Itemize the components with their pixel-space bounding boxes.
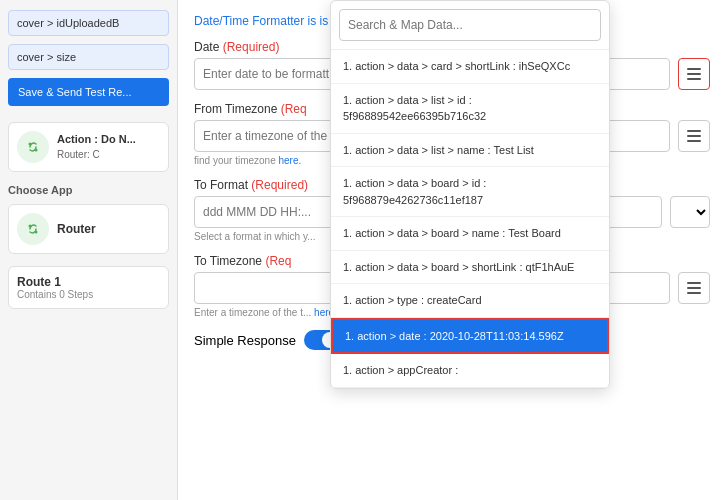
dropdown-item[interactable]: 1. action > data > list > id : 5f9688954… xyxy=(331,84,609,134)
router-app-name: Router xyxy=(57,222,96,236)
action-subtitle: Router: C xyxy=(57,148,136,162)
action-block: Action : Do N... Router: C xyxy=(8,122,169,172)
action-title: Action : Do N... xyxy=(57,132,136,147)
dropdown-item[interactable]: 1. action > type : createCard xyxy=(331,284,609,318)
route-block: Route 1 Contains 0 Steps xyxy=(8,266,169,309)
route-title: Route 1 xyxy=(17,275,160,289)
dropdown-item[interactable]: 1. action > data > card > shortLink : ih… xyxy=(331,50,609,84)
choose-app-label: Choose App xyxy=(8,184,169,196)
dropdown-list: 1. action > data > card > shortLink : ih… xyxy=(331,50,609,388)
dropdown-item[interactable]: 1. action > data > board > shortLink : q… xyxy=(331,251,609,285)
date-menu-button[interactable] xyxy=(678,58,710,90)
svg-point-3 xyxy=(26,222,41,237)
svg-point-2 xyxy=(35,149,38,152)
dropdown-item[interactable]: 1. action > data > board > id : 5f968879… xyxy=(331,167,609,217)
svg-point-1 xyxy=(29,143,32,146)
from-timezone-menu-button[interactable] xyxy=(678,120,710,152)
date-menu-icon xyxy=(682,62,706,86)
to-format-select[interactable] xyxy=(670,196,710,228)
save-send-test-button[interactable]: Save & Send Test Re... xyxy=(8,78,169,106)
from-timezone-hint-link[interactable]: here. xyxy=(279,155,302,166)
dropdown-item[interactable]: 1. action > appCreator : xyxy=(331,354,609,388)
dropdown-item[interactable]: 1. action > data > list > name : Test Li… xyxy=(331,134,609,168)
router-app-block[interactable]: Router xyxy=(8,204,169,254)
action-text-block: Action : Do N... Router: C xyxy=(57,132,136,161)
svg-point-0 xyxy=(26,140,41,155)
from-timezone-menu-icon xyxy=(682,124,706,148)
dropdown-item[interactable]: 1. action > date : 2020-10-28T11:03:14.5… xyxy=(331,318,609,355)
dropdown-item[interactable]: 1. action > data > board > name : Test B… xyxy=(331,217,609,251)
to-timezone-menu-button[interactable] xyxy=(678,272,710,304)
simple-response-label: Simple Response xyxy=(194,333,296,348)
left-panel: cover > idUploadedB cover > size Save & … xyxy=(0,0,178,500)
to-timezone-menu-icon xyxy=(682,276,706,300)
tag-cover-id: cover > idUploadedB xyxy=(8,10,169,36)
svg-point-4 xyxy=(29,225,32,228)
route-sub: Contains 0 Steps xyxy=(17,289,160,300)
svg-point-5 xyxy=(35,231,38,234)
search-map-dropdown: 1. action > data > card > shortLink : ih… xyxy=(330,0,610,389)
router-icon xyxy=(17,213,49,245)
action-icon xyxy=(17,131,49,163)
dropdown-search-container xyxy=(331,1,609,50)
tag-cover-size: cover > size xyxy=(8,44,169,70)
dropdown-search-input[interactable] xyxy=(339,9,601,41)
